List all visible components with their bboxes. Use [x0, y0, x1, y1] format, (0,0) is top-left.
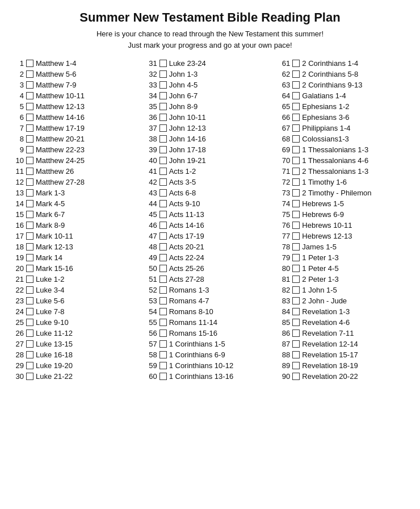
item-checkbox[interactable]	[159, 351, 167, 358]
item-checkbox[interactable]	[292, 254, 300, 261]
list-item: 53 Romans 4-7	[145, 296, 276, 306]
item-checkbox[interactable]	[26, 232, 33, 240]
item-checkbox[interactable]	[26, 340, 33, 348]
item-checkbox[interactable]	[26, 222, 33, 229]
item-checkbox[interactable]	[292, 157, 300, 164]
item-checkbox[interactable]	[26, 157, 33, 164]
item-checkbox[interactable]	[292, 103, 300, 110]
item-checkbox[interactable]	[292, 168, 300, 175]
item-checkbox[interactable]	[159, 124, 167, 132]
item-checkbox[interactable]	[292, 178, 300, 186]
item-checkbox[interactable]	[26, 178, 33, 186]
item-checkbox[interactable]	[159, 60, 167, 67]
item-checkbox[interactable]	[159, 211, 167, 218]
item-checkbox[interactable]	[159, 340, 167, 348]
item-checkbox[interactable]	[159, 81, 167, 89]
item-checkbox[interactable]	[26, 168, 33, 175]
item-checkbox[interactable]	[292, 265, 300, 272]
item-checkbox[interactable]	[159, 308, 167, 315]
item-checkbox[interactable]	[159, 362, 167, 369]
item-checkbox[interactable]	[159, 168, 167, 175]
item-checkbox[interactable]	[159, 276, 167, 283]
item-label: Luke 7-8	[36, 307, 65, 316]
item-checkbox[interactable]	[26, 265, 33, 272]
item-checkbox[interactable]	[292, 135, 300, 143]
item-checkbox[interactable]	[159, 243, 167, 251]
item-checkbox[interactable]	[26, 103, 33, 110]
item-checkbox[interactable]	[292, 211, 300, 218]
item-checkbox[interactable]	[26, 124, 33, 132]
item-checkbox[interactable]	[292, 124, 300, 132]
item-checkbox[interactable]	[159, 222, 167, 229]
item-checkbox[interactable]	[26, 297, 33, 304]
item-checkbox[interactable]	[26, 92, 33, 99]
item-checkbox[interactable]	[292, 276, 300, 283]
item-checkbox[interactable]	[292, 362, 300, 369]
item-checkbox[interactable]	[292, 351, 300, 358]
item-checkbox[interactable]	[292, 232, 300, 240]
item-checkbox[interactable]	[26, 200, 33, 207]
item-checkbox[interactable]	[292, 200, 300, 207]
list-item: 86 Revelation 7-11	[278, 328, 409, 338]
item-checkbox[interactable]	[292, 319, 300, 326]
item-checkbox[interactable]	[26, 146, 33, 153]
item-checkbox[interactable]	[159, 114, 167, 121]
item-checkbox[interactable]	[26, 286, 33, 294]
item-checkbox[interactable]	[292, 373, 300, 380]
item-checkbox[interactable]	[292, 81, 300, 89]
item-checkbox[interactable]	[292, 70, 300, 78]
item-checkbox[interactable]	[159, 373, 167, 380]
item-checkbox[interactable]	[159, 232, 167, 240]
item-checkbox[interactable]	[292, 92, 300, 99]
item-checkbox[interactable]	[159, 135, 167, 143]
item-checkbox[interactable]	[292, 189, 300, 197]
list-item: 34 John 6-7	[145, 91, 276, 101]
item-checkbox[interactable]	[292, 286, 300, 294]
item-checkbox[interactable]	[26, 254, 33, 261]
item-checkbox[interactable]	[159, 265, 167, 272]
item-number: 83	[278, 297, 290, 305]
item-checkbox[interactable]	[159, 178, 167, 186]
item-checkbox[interactable]	[292, 222, 300, 229]
item-checkbox[interactable]	[26, 373, 33, 380]
item-checkbox[interactable]	[292, 329, 300, 337]
item-label: Romans 1-3	[169, 286, 209, 294]
item-checkbox[interactable]	[26, 135, 33, 143]
item-checkbox[interactable]	[26, 211, 33, 218]
item-checkbox[interactable]	[26, 308, 33, 315]
item-label: Luke 23-24	[169, 59, 206, 68]
item-checkbox[interactable]	[292, 146, 300, 153]
item-checkbox[interactable]	[159, 319, 167, 326]
item-checkbox[interactable]	[26, 189, 33, 197]
item-checkbox[interactable]	[292, 308, 300, 315]
item-label: Romans 8-10	[169, 307, 213, 316]
item-checkbox[interactable]	[26, 114, 33, 121]
item-checkbox[interactable]	[159, 200, 167, 207]
item-checkbox[interactable]	[159, 92, 167, 99]
item-checkbox[interactable]	[292, 297, 300, 304]
item-label: Matthew 7-9	[36, 81, 77, 89]
item-checkbox[interactable]	[26, 276, 33, 283]
item-checkbox[interactable]	[26, 70, 33, 78]
item-checkbox[interactable]	[159, 297, 167, 304]
item-checkbox[interactable]	[159, 146, 167, 153]
item-checkbox[interactable]	[26, 351, 33, 358]
item-checkbox[interactable]	[159, 157, 167, 164]
item-checkbox[interactable]	[26, 243, 33, 251]
item-checkbox[interactable]	[26, 60, 33, 67]
item-checkbox[interactable]	[159, 254, 167, 261]
item-checkbox[interactable]	[292, 60, 300, 67]
item-checkbox[interactable]	[159, 286, 167, 294]
item-checkbox[interactable]	[159, 189, 167, 197]
item-checkbox[interactable]	[159, 70, 167, 78]
item-number: 16	[11, 221, 24, 230]
item-checkbox[interactable]	[292, 114, 300, 121]
item-checkbox[interactable]	[26, 362, 33, 369]
item-checkbox[interactable]	[159, 103, 167, 110]
item-checkbox[interactable]	[26, 81, 33, 89]
item-checkbox[interactable]	[26, 329, 33, 337]
item-checkbox[interactable]	[292, 243, 300, 251]
item-checkbox[interactable]	[26, 319, 33, 326]
item-checkbox[interactable]	[292, 340, 300, 348]
item-checkbox[interactable]	[159, 329, 167, 337]
